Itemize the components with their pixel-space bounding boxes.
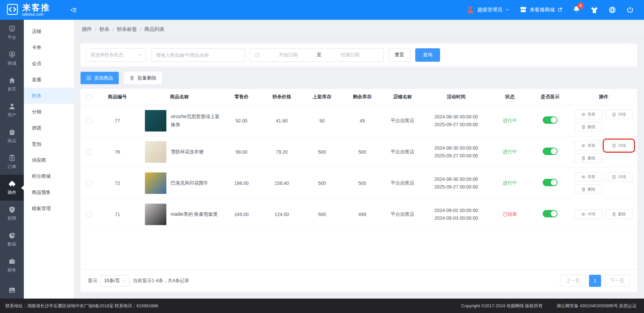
rail-label: 首页: [8, 86, 16, 92]
submenu-item[interactable]: 分销: [24, 104, 74, 120]
doc-icon: [612, 175, 616, 179]
breadcrumb-separator: /: [112, 27, 114, 32]
visibility-toggle[interactable]: [543, 179, 557, 186]
store-link[interactable]: 来客推商城: [520, 6, 562, 14]
submenu-item[interactable]: 竞拍: [24, 136, 74, 152]
detail-button[interactable]: 详情: [605, 110, 633, 119]
product-id: 72: [97, 167, 138, 199]
reset-button[interactable]: 重置: [388, 48, 411, 62]
date-start-placeholder: 开始日期: [260, 52, 317, 58]
submenu-item[interactable]: 卡券: [24, 39, 74, 55]
mall-card-icon: [8, 51, 16, 58]
listed-stock: 500: [302, 136, 342, 167]
rail-item-plugins[interactable]: 插件: [0, 175, 24, 201]
footer: 联系地址：湖南省长沙市岳麓区绿地中央广场6栋2018室 联系电话：6159816…: [0, 299, 644, 313]
row-checkbox[interactable]: [86, 149, 92, 155]
product-id: 77: [97, 105, 138, 136]
delete-button[interactable]: 删除: [605, 210, 633, 219]
plugin-puzzle-icon: [8, 180, 16, 188]
rail-label: 商城: [8, 60, 16, 66]
notifications-button[interactable]: 4: [573, 6, 580, 14]
eye-icon: [581, 175, 586, 179]
row-checkbox[interactable]: [86, 180, 92, 186]
detail-button[interactable]: 详情: [575, 210, 602, 219]
delete-button[interactable]: 删除: [575, 153, 602, 163]
shop-tshirt-icon[interactable]: [590, 6, 598, 14]
status-text: 已结束: [503, 211, 517, 217]
detail-button[interactable]: 详情: [605, 141, 633, 150]
date-end-placeholder: 结束日期: [322, 52, 379, 58]
visibility-toggle[interactable]: [543, 210, 557, 217]
view-button[interactable]: 查看: [575, 172, 602, 181]
prev-page-button[interactable]: 上一页: [560, 275, 586, 287]
rail-item-users[interactable]: 用户: [0, 97, 24, 123]
avatar: [466, 5, 475, 15]
row-checkbox[interactable]: [86, 118, 92, 123]
add-product-button[interactable]: 添加商品: [80, 72, 119, 84]
keyword-input[interactable]: [151, 48, 245, 62]
seckill-status-select[interactable]: 请选择秒杀状态: [86, 48, 146, 62]
rail-item-platform[interactable]: 平台: [0, 20, 24, 46]
current-page-button[interactable]: 1: [589, 275, 601, 287]
sidebar-collapse-icon[interactable]: [70, 6, 77, 14]
search-button[interactable]: 查询: [415, 48, 440, 62]
store-name: 平台自营店: [382, 136, 423, 167]
chevron-down-icon: [138, 53, 142, 57]
row-checkbox[interactable]: [86, 212, 92, 217]
brand-logo[interactable]: 来客推 laiketui.com: [0, 3, 66, 17]
rail-item-finance[interactable]: 财务: [0, 252, 24, 278]
visibility-toggle[interactable]: [543, 116, 557, 124]
remaining-stock: 500: [342, 136, 382, 167]
detail-button[interactable]: 详情: [605, 172, 633, 181]
delete-button[interactable]: 删除: [575, 122, 602, 132]
rail-item-orders[interactable]: 订单: [0, 149, 24, 175]
rail-label: 插件: [8, 190, 16, 196]
rail-item-goods[interactable]: 商品: [0, 123, 24, 149]
status-text: 进行中: [503, 149, 517, 154]
rail-item-data[interactable]: 数据: [0, 226, 24, 252]
rail-item-gallery[interactable]: [0, 278, 24, 299]
rail-item-home[interactable]: 首页: [0, 71, 24, 97]
op-button-label: 查看: [588, 112, 596, 117]
activity-end-time: 2025-09-27 00:00:00: [423, 152, 490, 159]
batch-delete-button[interactable]: 批量删除: [124, 72, 162, 84]
submenu-item[interactable]: 店铺: [24, 23, 74, 39]
delete-button[interactable]: 删除: [575, 185, 602, 194]
trash-icon: [581, 187, 586, 192]
column-header: 剩余库存: [342, 89, 382, 105]
submenu-item[interactable]: 商品预售: [24, 184, 74, 200]
visibility-toggle[interactable]: [543, 148, 557, 155]
submenu-item[interactable]: 直播: [24, 71, 74, 88]
page-size-select[interactable]: 10条/页: [101, 275, 129, 286]
view-button[interactable]: 查看: [575, 141, 602, 150]
submenu-item[interactable]: 秒杀: [24, 88, 74, 104]
submenu-item[interactable]: 会员: [24, 55, 74, 71]
logout-power-icon[interactable]: [626, 6, 634, 14]
date-range-picker[interactable]: 开始日期 至 结束日期: [250, 48, 384, 62]
submenu-item[interactable]: 模板管理: [24, 200, 74, 216]
select-all-checkbox[interactable]: [86, 94, 92, 100]
admin-menu[interactable]: 超级管理员: [466, 5, 509, 15]
goods-bag-icon: [8, 128, 16, 136]
activity-start-time: 2024-08-30 00:00:00: [423, 113, 490, 120]
language-globe-icon[interactable]: [608, 6, 616, 14]
submenu-item[interactable]: 供应商: [24, 152, 74, 168]
breadcrumb-item[interactable]: 秒杀标签: [117, 26, 137, 33]
rail-item-mall[interactable]: 商城: [0, 46, 24, 71]
next-page-button[interactable]: 下一页: [604, 275, 630, 287]
date-separator: 至: [317, 52, 322, 58]
view-button[interactable]: 查看: [575, 110, 602, 119]
table-row: 71 madie美的 铁釜电饭煲 249.00 124.50 500 499 平…: [80, 199, 637, 230]
breadcrumb-item[interactable]: 插件: [82, 26, 92, 33]
submenu-item[interactable]: 拼团: [24, 120, 74, 136]
breadcrumb: 插件/秒杀/秒杀标签/商品列表: [74, 20, 644, 39]
eye-icon: [581, 212, 586, 216]
brand-name: 来客推: [22, 3, 50, 12]
toggle-knob: [551, 179, 557, 186]
status-select-placeholder: 请选择秒杀状态: [90, 52, 123, 58]
rail-item-permissions[interactable]: 权限: [0, 201, 24, 226]
breadcrumb-item[interactable]: 商品列表: [145, 26, 165, 33]
submenu-item[interactable]: 积分商城: [24, 168, 74, 184]
breadcrumb-item[interactable]: 秒杀: [99, 26, 109, 33]
product-table-card: 商品编号商品名称零售价秒杀价格上架库存剩余库存店铺名称活动时间状态是否显示操作 …: [80, 89, 637, 292]
